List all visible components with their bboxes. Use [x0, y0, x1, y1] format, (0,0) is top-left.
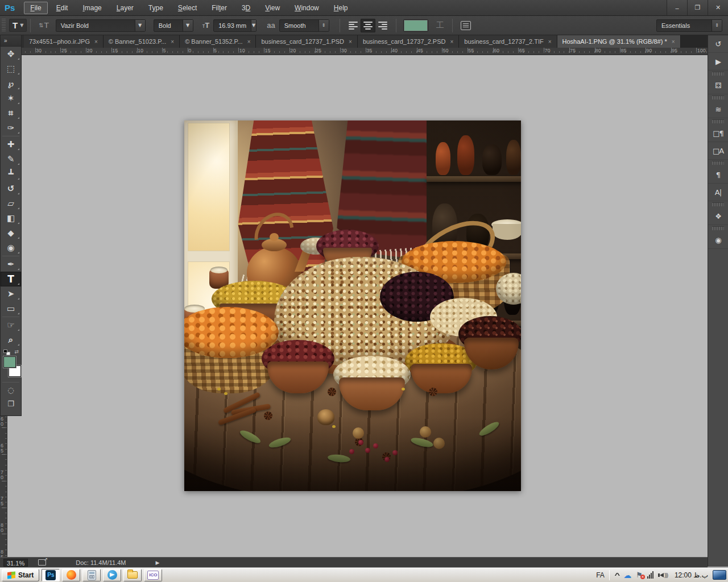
menu-image[interactable]: Image: [76, 2, 107, 14]
dock-group-grip[interactable]: [712, 226, 724, 230]
paragraph-panel-icon[interactable]: ¶: [708, 166, 728, 184]
close-button[interactable]: ✕: [708, 0, 728, 15]
magic-wand-tool[interactable]: ✶: [1, 91, 21, 106]
tab-document-5[interactable]: business_card_12737_2.PSD×: [358, 35, 459, 48]
tab-close-icon[interactable]: ×: [171, 39, 174, 45]
start-button[interactable]: Start: [2, 569, 39, 581]
dock-group-grip[interactable]: [712, 95, 724, 99]
blur-tool[interactable]: ⬥: [1, 226, 21, 240]
action-center-flag-icon[interactable]: ⚑✕: [636, 571, 643, 579]
tab-document-6[interactable]: business_card_12737_2.TIF×: [459, 35, 557, 48]
tab-document-4[interactable]: business_card_12737_1.PSD×: [256, 35, 357, 48]
warp-text-icon[interactable]: 工: [436, 20, 444, 31]
screen-mode-button[interactable]: ❐: [1, 397, 21, 410]
tab-close-icon[interactable]: ×: [548, 39, 552, 45]
swap-colors-icon[interactable]: ⇄: [14, 349, 19, 355]
show-desktop-button[interactable]: [713, 570, 726, 580]
tab-close-icon[interactable]: ×: [349, 39, 352, 45]
network-icon[interactable]: [647, 571, 653, 579]
tab-close-icon[interactable]: ×: [672, 39, 675, 45]
dock-group-grip[interactable]: [712, 161, 724, 165]
history-panel-icon[interactable]: ↺: [708, 35, 728, 53]
type-tool[interactable]: T: [1, 272, 21, 286]
type-tool-preset[interactable]: T ▼: [9, 19, 27, 32]
taskbar-button-ico[interactable]: ICO: [144, 569, 162, 581]
menu-layer[interactable]: Layer: [110, 2, 140, 14]
eyedropper-tool[interactable]: ✑: [1, 120, 21, 135]
menu-help[interactable]: Help: [328, 2, 354, 14]
text-color-swatch[interactable]: [403, 19, 428, 32]
font-size-select[interactable]: 16.93 mm ▼: [213, 19, 257, 32]
color-panel-icon[interactable]: ◉: [708, 231, 728, 249]
3d-panel-icon[interactable]: ⚃: [708, 77, 728, 94]
character-styles-panel-icon[interactable]: □A: [708, 142, 728, 160]
taskbar-button-calculator[interactable]: [82, 569, 101, 581]
align-left-button[interactable]: [346, 19, 361, 32]
toggle-panels-icon[interactable]: [461, 21, 471, 30]
tab-document-1[interactable]: 73x4551--phoo.ir.JPG×: [24, 35, 104, 48]
status-menu-arrow-icon[interactable]: ▶: [155, 560, 159, 566]
tab-document-3[interactable]: © Banner_51352.P...×: [180, 35, 256, 48]
menu-select[interactable]: Select: [172, 2, 203, 14]
path-selection-tool[interactable]: ➤: [1, 286, 21, 301]
canvas-photo[interactable]: [184, 120, 521, 491]
rectangular-marquee-tool[interactable]: ⬚: [1, 61, 21, 76]
menu-edit[interactable]: Edit: [50, 2, 75, 14]
taskbar-button-firefox[interactable]: [62, 569, 80, 581]
move-tool[interactable]: ✥: [1, 47, 21, 61]
character-panel-icon[interactable]: A|: [708, 184, 728, 201]
taskbar-button-photoshop[interactable]: Ps: [42, 569, 60, 581]
options-grip[interactable]: [2, 19, 6, 32]
zoom-tool[interactable]: ⌕: [1, 332, 21, 347]
rectangle-tool[interactable]: ▭: [1, 301, 21, 316]
eraser-tool[interactable]: ▱: [1, 196, 21, 211]
default-colors-icon[interactable]: [3, 350, 10, 355]
language-indicator[interactable]: FA: [592, 571, 609, 579]
paint-bucket-tool[interactable]: ◧: [1, 211, 21, 226]
volume-icon[interactable]: ))): [658, 572, 668, 578]
hand-tool[interactable]: ☞: [1, 318, 21, 332]
tab-close-icon[interactable]: ×: [450, 39, 453, 45]
taskbar-button-telegram[interactable]: [103, 569, 121, 581]
text-orientation-toggle[interactable]: ⇅T: [39, 21, 48, 30]
clock[interactable]: 12:00 ب.ظ: [670, 571, 713, 579]
zoom-level-field[interactable]: 31.1%: [3, 559, 28, 567]
tab-close-icon[interactable]: ×: [94, 39, 98, 45]
quick-mask-button[interactable]: ◌: [1, 383, 21, 397]
workspace-select[interactable]: Essentials ⇕: [656, 19, 722, 32]
actions-panel-icon[interactable]: ▶: [708, 53, 728, 70]
menu-type[interactable]: Type: [142, 2, 169, 14]
dock-group-grip[interactable]: [712, 72, 724, 76]
anti-alias-select[interactable]: Smooth ⇕: [279, 19, 329, 32]
export-icon[interactable]: [38, 559, 46, 566]
dock-group-grip[interactable]: [712, 119, 724, 123]
tab-close-icon[interactable]: ×: [247, 39, 251, 45]
layers-panel-icon[interactable]: ❖: [708, 207, 728, 225]
taskbar-button-folder[interactable]: [123, 569, 142, 581]
font-family-select[interactable]: Vazir Bold ▼: [56, 19, 146, 32]
align-center-button[interactable]: [361, 19, 375, 32]
menu-file[interactable]: File: [24, 2, 47, 14]
history-brush-tool[interactable]: ↺: [1, 181, 21, 196]
restore-button[interactable]: ❐: [687, 0, 708, 15]
cloud-sync-icon[interactable]: ☁: [623, 571, 631, 580]
tab-document-2[interactable]: © Banner_51023.P...×: [104, 35, 180, 48]
align-right-button[interactable]: [375, 19, 390, 32]
tab-document-7[interactable]: HoshaAI-1.PNG @ 31.1% (RGB/8#) *×: [557, 35, 681, 48]
dock-group-grip[interactable]: [712, 202, 724, 206]
menu-window[interactable]: Window: [288, 2, 325, 14]
font-style-select[interactable]: Bold ▼: [154, 19, 193, 32]
paragraph-styles-panel-icon[interactable]: □¶: [708, 124, 728, 142]
menu-filter[interactable]: Filter: [205, 2, 233, 14]
brush-panel-icon[interactable]: ≋: [708, 101, 728, 118]
brush-tool[interactable]: ✎: [1, 152, 21, 167]
pen-tool[interactable]: ✒: [1, 257, 21, 272]
clone-stamp-tool[interactable]: ┻: [1, 167, 21, 181]
spot-healing-brush-tool[interactable]: ✚: [1, 137, 21, 152]
menu-3d[interactable]: 3D: [235, 2, 257, 14]
tools-collapse-chevron-icon[interactable]: »: [1, 35, 21, 47]
minimize-button[interactable]: –: [667, 0, 687, 15]
lasso-tool[interactable]: ℘: [1, 76, 21, 91]
dodge-tool[interactable]: ◉: [1, 240, 21, 255]
menu-view[interactable]: View: [259, 2, 286, 14]
